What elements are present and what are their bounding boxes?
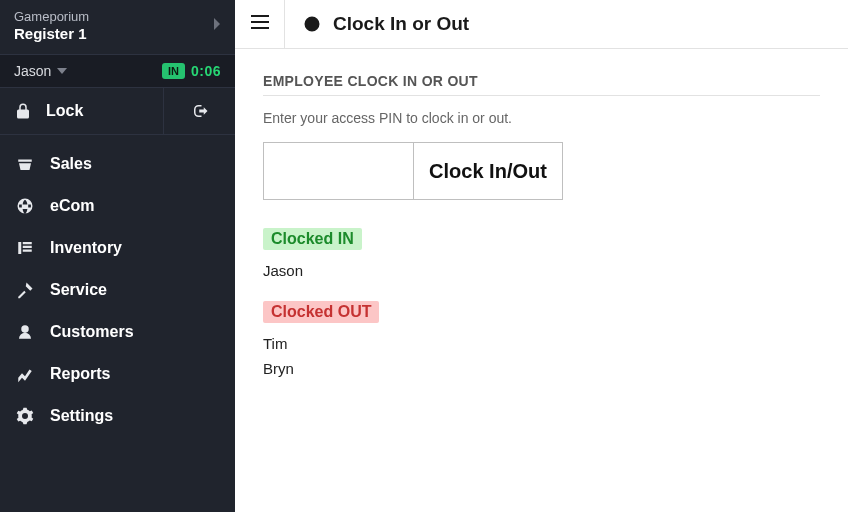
clocked-out-tag: Clocked OUT — [263, 301, 379, 323]
pin-row: Clock In/Out — [263, 142, 563, 200]
hamburger-icon — [251, 15, 269, 33]
sidebar-item-inventory[interactable]: Inventory — [0, 227, 235, 269]
gear-icon — [14, 407, 36, 425]
sidebar-item-label: Customers — [50, 323, 134, 341]
pin-input[interactable] — [263, 142, 413, 200]
session-timer: 0:06 — [191, 63, 221, 79]
page-title-text: Clock In or Out — [333, 13, 469, 35]
employee-name: Bryn — [263, 356, 820, 381]
sidebar-item-service[interactable]: Service — [0, 269, 235, 311]
globe-icon — [14, 197, 36, 215]
sidebar-item-label: Inventory — [50, 239, 122, 257]
app-name: Gameporium — [14, 10, 221, 25]
user-status: IN 0:06 — [162, 63, 221, 79]
sidebar-item-label: Settings — [50, 407, 113, 425]
page-title: Clock In or Out — [285, 13, 469, 35]
clocked-out-list: TimBryn — [263, 331, 820, 381]
sign-out-icon — [191, 102, 209, 120]
lock-row: Lock — [0, 88, 235, 135]
user-switcher[interactable]: Jason IN 0:06 — [0, 55, 235, 88]
svg-rect-1 — [251, 21, 269, 23]
lock-icon — [14, 102, 32, 120]
user-name: Jason — [14, 63, 51, 79]
employee-name: Jason — [263, 258, 820, 283]
clocked-in-group: Clocked IN Jason — [263, 228, 820, 283]
sidebar-item-customers[interactable]: Customers — [0, 311, 235, 353]
chevron-down-icon — [57, 68, 67, 74]
sidebar-item-ecom[interactable]: eCom — [0, 185, 235, 227]
hint-text: Enter your access PIN to clock in or out… — [263, 110, 820, 126]
reports-icon — [14, 365, 36, 383]
inventory-icon — [14, 239, 36, 257]
sign-out-button[interactable] — [163, 88, 235, 134]
clock-icon — [303, 15, 321, 33]
sidebar-header[interactable]: Gameporium Register 1 — [0, 0, 235, 55]
sidebar: Gameporium Register 1 Jason IN 0:06 Lock — [0, 0, 235, 512]
register-name: Register 1 — [14, 25, 221, 42]
main: Clock In or Out EMPLOYEE CLOCK IN OR OUT… — [235, 0, 848, 512]
customers-icon — [14, 323, 36, 341]
sidebar-item-sales[interactable]: Sales — [0, 143, 235, 185]
content: EMPLOYEE CLOCK IN OR OUT Enter your acce… — [235, 49, 848, 405]
svg-rect-2 — [251, 27, 269, 29]
lock-button[interactable]: Lock — [0, 88, 163, 134]
status-badge: IN — [162, 63, 185, 79]
sidebar-nav: Sales eCom Inventory Service Customers — [0, 135, 235, 437]
sidebar-item-label: Reports — [50, 365, 110, 383]
sales-icon — [14, 155, 36, 173]
svg-rect-0 — [251, 15, 269, 17]
topbar: Clock In or Out — [235, 0, 848, 49]
menu-button[interactable] — [235, 0, 285, 49]
clocked-in-list: Jason — [263, 258, 820, 283]
chevron-right-icon — [213, 18, 221, 30]
clock-in-out-button[interactable]: Clock In/Out — [413, 142, 563, 200]
sidebar-item-reports[interactable]: Reports — [0, 353, 235, 395]
clocked-in-tag: Clocked IN — [263, 228, 362, 250]
sidebar-item-label: Service — [50, 281, 107, 299]
section-title: EMPLOYEE CLOCK IN OR OUT — [263, 73, 820, 96]
employee-name: Tim — [263, 331, 820, 356]
clocked-out-group: Clocked OUT TimBryn — [263, 301, 820, 381]
service-icon — [14, 281, 36, 299]
sidebar-item-settings[interactable]: Settings — [0, 395, 235, 437]
sidebar-item-label: Sales — [50, 155, 92, 173]
sidebar-item-label: eCom — [50, 197, 94, 215]
lock-label: Lock — [46, 102, 83, 120]
